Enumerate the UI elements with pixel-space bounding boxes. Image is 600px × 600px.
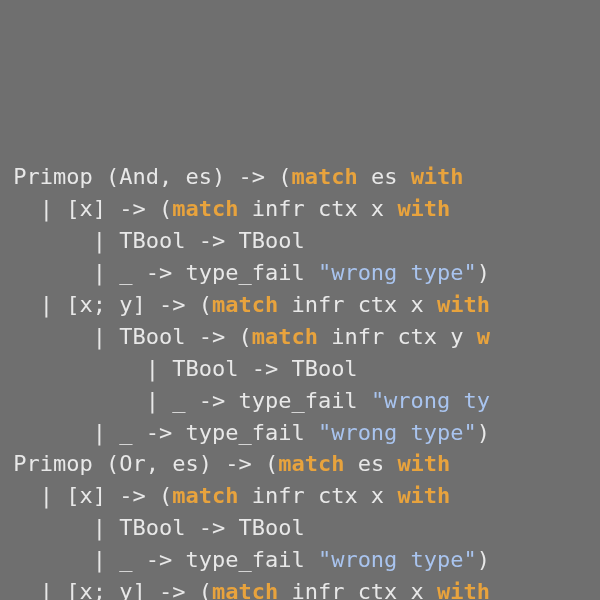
- code-text: | _ -> type_fail: [0, 420, 318, 445]
- string-literal: "wrong ty: [371, 388, 490, 413]
- code-text: ): [477, 420, 490, 445]
- code-text: infr ctx x: [278, 579, 437, 600]
- code-text: | _ -> type_fail: [0, 260, 318, 285]
- code-text: | [x; y] -> (: [0, 579, 212, 600]
- code-text: | [x] -> (: [0, 196, 172, 221]
- keyword-with: with: [397, 451, 450, 476]
- keyword-match: match: [278, 451, 344, 476]
- code-text: | [x] -> (: [0, 483, 172, 508]
- keyword-with: with: [397, 196, 450, 221]
- keyword-match: match: [172, 196, 238, 221]
- code-text: ): [477, 260, 490, 285]
- code-text: infr ctx x: [238, 196, 397, 221]
- keyword-with: w: [477, 324, 490, 349]
- code-text: infr ctx x: [278, 292, 437, 317]
- code-text: infr ctx x: [238, 483, 397, 508]
- string-literal: "wrong type": [318, 547, 477, 572]
- string-literal: "wrong type": [318, 420, 477, 445]
- code-text: | [x; y] -> (: [0, 292, 212, 317]
- keyword-with: with: [397, 483, 450, 508]
- code-text: | _ -> type_fail: [0, 547, 318, 572]
- keyword-match: match: [212, 579, 278, 600]
- code-text: | TBool -> TBool: [0, 515, 305, 540]
- keyword-match: match: [252, 324, 318, 349]
- keyword-match: match: [172, 483, 238, 508]
- keyword-match: match: [212, 292, 278, 317]
- code-text: | _ -> type_fail: [0, 388, 371, 413]
- code-text: | TBool -> TBool: [0, 356, 358, 381]
- code-text: Primop (Or, es) -> (: [0, 451, 278, 476]
- code-text: es: [344, 451, 397, 476]
- string-literal: "wrong type": [318, 260, 477, 285]
- code-block[interactable]: Primop (And, es) -> (match es with | [x]…: [0, 130, 600, 600]
- keyword-match: match: [291, 164, 357, 189]
- code-text: infr ctx y: [318, 324, 477, 349]
- code-text: Primop (And, es) -> (: [0, 164, 291, 189]
- code-text: | TBool -> (: [0, 324, 252, 349]
- code-text: ): [477, 547, 490, 572]
- keyword-with: with: [437, 292, 490, 317]
- keyword-with: with: [437, 579, 490, 600]
- code-text: es: [358, 164, 411, 189]
- code-text: | TBool -> TBool: [0, 228, 305, 253]
- keyword-with: with: [411, 164, 464, 189]
